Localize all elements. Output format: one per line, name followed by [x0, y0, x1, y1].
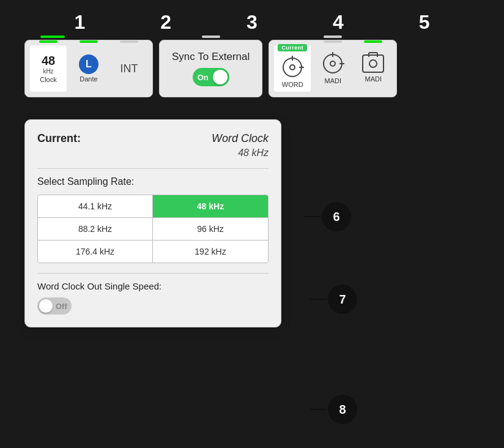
madi-target-outer [323, 54, 343, 73]
clock-unit: kHz [43, 68, 53, 75]
number-2: 2 [147, 11, 184, 34]
sample-rate-grid: 44.1 kHz 48 kHz 88.2 kHz 96 kHz 176.4 kH… [37, 195, 269, 263]
rate-192[interactable]: 192 kHz [153, 241, 268, 263]
int-label: INT [120, 62, 138, 75]
number-4: 4 [320, 11, 357, 34]
word-icon [281, 56, 303, 78]
source-word[interactable]: Current WORD [274, 45, 311, 92]
int-item[interactable]: INT [111, 45, 147, 92]
current-value: Word Clock [212, 132, 269, 145]
sync-panel: Sync To External On [159, 40, 262, 97]
rate-441[interactable]: 44.1 kHz [38, 195, 153, 218]
madi-2-label: MADI [365, 75, 382, 83]
word-clock-toggle-label: Off [56, 302, 67, 311]
current-section: Current: Word Clock 48 kHz [37, 132, 269, 159]
current-sub: 48 kHz [37, 147, 269, 159]
current-badge: Current [278, 44, 307, 51]
source-madi-2[interactable]: MADI [355, 45, 391, 92]
number-1: 1 [61, 11, 98, 34]
callout-7: 7 [328, 285, 357, 314]
current-label: Current: [37, 132, 81, 145]
number-3: 3 [234, 11, 270, 34]
word-clock-section: Word Clock Out Single Speed: Off [37, 281, 269, 315]
sampling-rate-title: Select Sampling Rate: [37, 176, 269, 187]
top-number-labels: 1 2 3 4 5 [0, 0, 504, 40]
number-5: 5 [406, 11, 443, 34]
sync-toggle-label: On [198, 73, 209, 82]
sync-toggle-container: On [193, 68, 229, 86]
source-madi-1[interactable]: MADI [314, 45, 351, 92]
camera-lens [369, 59, 377, 68]
camera-icon [362, 54, 384, 73]
rate-48[interactable]: 48 kHz [153, 195, 268, 218]
source-panel: Current WORD MADI MADI [269, 40, 397, 97]
divider-2 [37, 273, 269, 274]
sync-toggle-knob [213, 70, 228, 84]
word-clock-title: Word Clock Out Single Speed: [37, 281, 269, 291]
rate-882[interactable]: 88.2 kHz [38, 218, 153, 241]
divider-1 [37, 168, 269, 169]
word-clock-toggle[interactable]: Off [37, 297, 72, 315]
dropdown-panel: Current: Word Clock 48 kHz Select Sampli… [24, 119, 281, 327]
word-clock-knob [39, 299, 53, 313]
callout-8: 8 [328, 395, 357, 424]
current-row: Current: Word Clock [37, 132, 269, 145]
madi-target-inner [330, 61, 336, 67]
device-panel: 48 kHz Clock L Dante INT [24, 40, 153, 97]
madi-target-icon [322, 53, 344, 75]
clock-frequency: 48 [42, 54, 55, 68]
dante-item[interactable]: L Dante [70, 45, 107, 92]
callout-6: 6 [322, 202, 351, 231]
rate-1764[interactable]: 176.4 kHz [38, 241, 153, 263]
dante-label: Dante [80, 75, 97, 83]
madi-1-label: MADI [325, 77, 342, 84]
main-panel: 48 kHz Clock L Dante INT Sync To Externa… [0, 40, 504, 97]
dante-icon: L [79, 54, 98, 74]
sync-toggle[interactable]: On [193, 68, 229, 86]
target-outer [283, 58, 302, 77]
clock-item[interactable]: 48 kHz Clock [30, 45, 67, 92]
sync-title: Sync To External [172, 51, 250, 63]
target-inner [289, 64, 295, 70]
word-label: WORD [282, 81, 303, 88]
rate-96[interactable]: 96 kHz [153, 218, 268, 241]
clock-label: Clock [40, 76, 57, 83]
